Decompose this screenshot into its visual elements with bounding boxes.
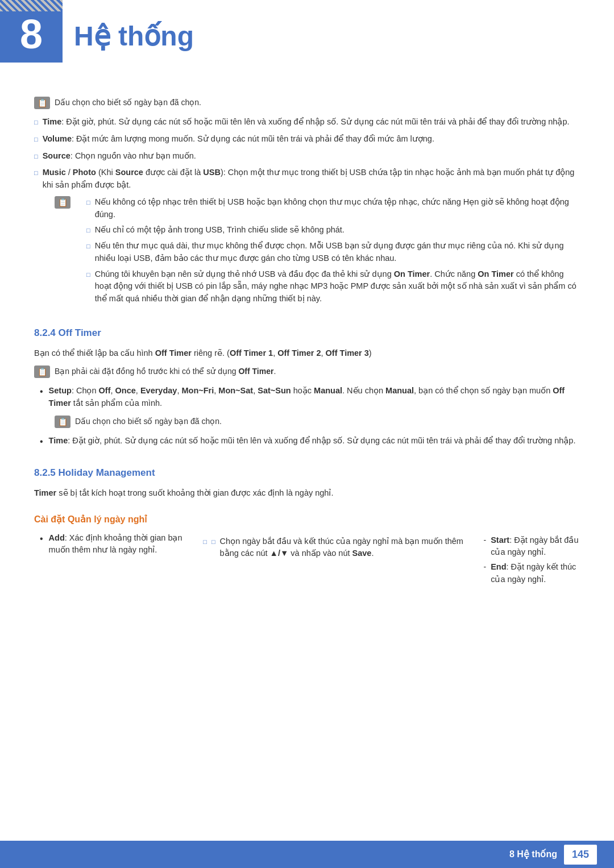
- intro-note-row: Dấu chọn cho biết số ngày bạn đã chọn.: [34, 97, 580, 109]
- off-timer-bold: Off Timer: [155, 348, 192, 358]
- sub-sq-icon: □: [211, 537, 215, 547]
- note-icon: [34, 97, 50, 109]
- add-bullet: Add: Xác định khoảng thời gian bạn muốn …: [40, 532, 580, 588]
- header-title-block: Hệ thống: [63, 0, 194, 63]
- source-bullet-item: Source: Chọn nguồn vào như bạn muốn.: [34, 150, 580, 163]
- off-timer-dot-list: Setup: Chọn Off, Once, Everyday, Mon~Fri…: [40, 385, 580, 410]
- header-section: 8 Hệ thống: [0, 0, 614, 80]
- header-banner: 8 Hệ thống: [0, 0, 614, 63]
- nested-bullet-3: Nếu tên thư mục quá dài, thư mục không t…: [86, 240, 580, 265]
- nested-note-icon: [55, 196, 70, 209]
- music-photo-text: Music / Photo (Khi Source được cài đặt l…: [43, 167, 580, 192]
- add-rest: : Xác định khoảng thời gian bạn muốn thê…: [49, 533, 182, 555]
- time-text2: : Đặt giờ, phút. Sử dụng các nút số hoặc…: [68, 436, 575, 445]
- setup-bullet: Setup: Chọn Off, Once, Everyday, Mon~Fri…: [40, 385, 580, 410]
- main-bullet-list: Time: Đặt giờ, phút. Sử dụng các nút số …: [34, 116, 580, 192]
- chapter-title: Hệ thống: [74, 16, 194, 57]
- volume-bullet-item: Volume: Đặt mức âm lượng mong muốn. Sử d…: [34, 133, 580, 146]
- hoac-text: hoặc: [291, 386, 314, 395]
- nested-text-3: Nếu tên thư mục quá dài, thư mục không t…: [95, 240, 580, 265]
- time-bullet-text: Time: Đặt giờ, phút. Sử dụng các nút số …: [43, 116, 570, 128]
- page-footer: 8 Hệ thống 145: [0, 841, 614, 868]
- dau-chon-note-icon: [55, 416, 70, 428]
- nested-bullet-4: Chúng tôi khuyên bạn nên sử dụng thẻ nhớ…: [86, 268, 580, 305]
- section-824-para1: Bạn có thể thiết lập ba cấu hình Off Tim…: [34, 347, 580, 360]
- subsection-holiday-heading: Cài đặt Quản lý ngày nghỉ: [34, 513, 580, 526]
- comma2: ,: [321, 348, 326, 358]
- para1-post: riêng rẽ. (: [192, 348, 230, 358]
- add-label: Add: [49, 533, 65, 542]
- source-label2: Source: [115, 168, 143, 177]
- end-text: End: Đặt ngày kết thúc của ngày nghỉ.: [491, 561, 580, 586]
- nested-text-2: Nếu chỉ có một tệp ảnh trong USB, Trình …: [95, 224, 345, 236]
- comma-off: ,: [111, 386, 115, 395]
- section-825-heading: 8.2.5 Holiday Management: [34, 466, 580, 480]
- nested-bullet-1: Nếu không có tệp nhạc trên thiết bị USB …: [86, 196, 580, 221]
- setup-label: Setup: [49, 386, 72, 395]
- off-timer-1-bold: Off Timer 1: [230, 348, 273, 358]
- off-timer-time-text: Time: Đặt giờ, phút. Sử dụng các nút số …: [49, 435, 576, 447]
- comma-monsat: ,: [253, 386, 258, 395]
- start-dash-item: Start: Đặt ngày bắt đầu của ngày nghỉ.: [483, 534, 580, 559]
- start-label: Start: [491, 535, 509, 545]
- time-bullet-item: Time: Đặt giờ, phút. Sử dụng các nút số …: [34, 116, 580, 128]
- paren: ): [369, 348, 372, 358]
- once-label: Once: [115, 386, 136, 395]
- add-sub-item-1: □ Chọn ngày bắt đầu và kết thúc của ngày…: [203, 535, 466, 560]
- monfri-label: Mon~Fri: [181, 386, 214, 395]
- nested-bullet-list: Nếu không có tệp nhạc trên thiết bị USB …: [75, 196, 580, 309]
- usb-label: USB: [203, 168, 221, 177]
- footer-section-label: 8 Hệ thống: [509, 848, 557, 861]
- duoc-cai: được cài đặt là: [143, 168, 203, 177]
- add-text: Add: Xác định khoảng thời gian bạn muốn …: [49, 532, 204, 557]
- comma-once: ,: [136, 386, 140, 395]
- monsat-label: Mon~Sat: [218, 386, 253, 395]
- off-timer-time-bullet: Time: Đặt giờ, phút. Sử dụng các nút số …: [40, 435, 580, 448]
- manual-label2: Manual: [385, 386, 414, 395]
- slash-text: /: [66, 168, 73, 177]
- music-photo-bullet-item: Music / Photo (Khi Source được cài đặt l…: [34, 167, 580, 192]
- photo-label: Photo: [73, 168, 96, 177]
- subsection-label: Cài đặt Quản lý ngày nghỉ: [34, 514, 147, 524]
- source-bullet-text: Source: Chọn nguồn vào như bạn muốn.: [43, 150, 196, 163]
- manual-label: Manual: [314, 386, 342, 395]
- off-timer-time-list: Time: Đặt giờ, phút. Sử dụng các nút số …: [40, 435, 580, 448]
- volume-text: : Đặt mức âm lượng mong muốn. Sử dụng cá…: [72, 134, 434, 143]
- section-824-label: 8.2.4 Off Timer: [34, 327, 101, 338]
- music-label: Music: [43, 168, 66, 177]
- para1-pre: Bạn có thể thiết lập ba cấu hình: [34, 348, 155, 358]
- time-label2: Time: [49, 436, 68, 445]
- add-sub-text-1: Chọn ngày bắt đầu và kết thúc của ngày n…: [220, 535, 467, 560]
- satsun-label: Sat~Sun: [258, 386, 291, 395]
- add-sub-list: □ Chọn ngày bắt đầu và kết thúc của ngày…: [203, 535, 466, 564]
- off-timer-note-icon: [34, 366, 50, 378]
- dau-chon-note-row: Dấu chọn cho biết số ngày bạn đã chọn.: [55, 416, 580, 428]
- nested-note-row: Nếu không có tệp nhạc trên thiết bị USB …: [55, 196, 580, 309]
- chapter-number-block: 8: [0, 0, 63, 63]
- start-text: Start: Đặt ngày bắt đầu của ngày nghỉ.: [491, 534, 580, 559]
- time-label: Time: [43, 117, 62, 126]
- main-content: Dấu chọn cho biết số ngày bạn đã chọn. T…: [0, 80, 614, 616]
- setup-rest1: . Nếu chọn: [342, 386, 385, 395]
- dau-chon-text: Dấu chọn cho biết số ngày bạn đã chọn.: [75, 416, 222, 427]
- intro-note-text: Dấu chọn cho biết số ngày bạn đã chọn.: [55, 97, 201, 109]
- timer-rest: sẽ bị tắt kích hoạt trong suốt khoảng th…: [56, 488, 333, 497]
- source-label: Source: [43, 151, 70, 160]
- off-label: Off: [99, 386, 111, 395]
- setup-colon: : Chọn: [72, 386, 99, 395]
- time-text: : Đặt giờ, phút. Sử dụng các nút số hoặc…: [61, 117, 569, 126]
- section-825-label: 8.2.5 Holiday Management: [34, 467, 155, 478]
- timer-bold: Timer: [34, 488, 56, 497]
- source-colon-text: : Chọn nguồn vào như bạn muốn.: [70, 151, 196, 160]
- chapter-number: 8: [20, 3, 43, 65]
- off-timer-note-text: Bạn phải cài đặt đồng hồ trước khi có th…: [55, 366, 276, 377]
- everyday-label: Everyday: [140, 386, 177, 395]
- volume-bullet-text: Volume: Đặt mức âm lượng mong muốn. Sử d…: [43, 133, 434, 146]
- volume-label: Volume: [43, 134, 72, 143]
- section-825-para1: Timer sẽ bị tắt kích hoạt trong suốt kho…: [34, 487, 580, 500]
- setup-rest3: tắt sản phẩm của mình.: [71, 398, 162, 408]
- nested-note-block: Nếu không có tệp nhạc trên thiết bị USB …: [55, 196, 580, 309]
- off-timer-note-row: Bạn phải cài đặt đồng hồ trước khi có th…: [34, 366, 580, 378]
- off-timer-2-bold: Off Timer 2: [277, 348, 321, 358]
- nested-text-1: Nếu không có tệp nhạc trên thiết bị USB …: [95, 196, 580, 221]
